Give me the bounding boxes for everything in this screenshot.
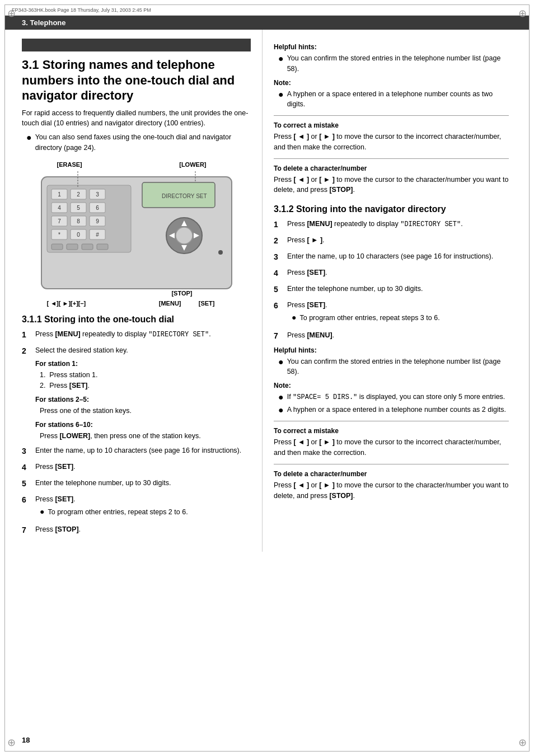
sub-step-1b: 2. Press [SET].: [40, 381, 251, 391]
chapter-title: 3. Telephone: [22, 18, 66, 27]
step-1-num: 1: [22, 329, 32, 341]
note-2-bullet-2-text: A hyphen or a space entered in a telepho…: [287, 405, 506, 415]
step-2-2: 2 Press [ ► ].: [274, 235, 509, 247]
note-2-bullet-2: ● A hyphen or a space entered in a telep…: [278, 405, 509, 415]
label-stop: [STOP]: [171, 290, 192, 297]
step-7-content: Press [STOP].: [35, 524, 251, 535]
svg-text:1: 1: [58, 191, 61, 198]
step-6-bullet-icon: ●: [40, 507, 44, 516]
step-2-6-num: 6: [274, 300, 284, 312]
svg-text:6: 6: [96, 205, 99, 211]
svg-rect-28: [51, 244, 63, 250]
svg-rect-31: [97, 244, 108, 250]
delete-char-2-text: Press [ ◄ ] or [ ► ] to move the cursor …: [274, 480, 509, 501]
correct-mistake-1-text: Press [ ◄ ] or [ ► ] to move the cursor …: [274, 132, 509, 153]
divider-4: [274, 464, 509, 464]
corner-tl: ⊕: [7, 7, 16, 20]
subsection-2-title: 3.1.2 Storing into the navigator directo…: [274, 204, 509, 214]
subsection-1-title: 3.1.1 Storing into the one-touch dial: [22, 314, 251, 325]
helpful-hint-2: ● You can confirm the stored entries in …: [278, 356, 509, 378]
svg-text:8: 8: [77, 218, 80, 224]
svg-text:2: 2: [77, 191, 80, 198]
svg-text:DIRECTORY SET: DIRECTORY SET: [162, 193, 207, 199]
steps-list-2: 1 Press [MENU] repeatedly to display "DI…: [274, 219, 509, 342]
note-1-bullet: ● A hyphen or a space entered in a telep…: [278, 89, 509, 110]
corner-bl: ⊕: [7, 736, 16, 749]
step-2-1: 1 Press [MENU] repeatedly to display "DI…: [274, 219, 509, 231]
step-2-5-content: Enter the telephone number, up to 30 dig…: [287, 284, 509, 294]
step-4-num: 4: [22, 462, 32, 473]
step-2-5: 5 Enter the telephone number, up to 30 d…: [274, 284, 509, 295]
step-2-2-num: 2: [274, 235, 284, 247]
label-nav: [ ◄][ ►][+][–]: [47, 300, 86, 307]
device-diagram: [ERASE] [LOWER] DIRECTORY SET 1: [22, 161, 251, 307]
svg-text:3: 3: [96, 191, 99, 198]
sub-label-station6-10: For stations 6–10:: [35, 420, 251, 430]
correct-mistake-section-1: To correct a mistake Press [ ◄ ] or [ ► …: [274, 121, 509, 153]
note-2-bullet-1: ● If "SPACE= 5 DIRS." is displayed, you …: [278, 392, 509, 402]
corner-br: ⊕: [518, 736, 527, 749]
svg-text:#: #: [96, 232, 99, 238]
note-2-bullet-1-text: If "SPACE= 5 DIRS." is displayed, you ca…: [287, 392, 505, 402]
intro-bullet-text: You can also send faxes using the one-to…: [35, 132, 251, 153]
sub-step-1a: 1. Press station 1.: [40, 370, 251, 381]
step-1-content: Press [MENU] repeatedly to display "DIRE…: [35, 329, 251, 340]
step-3: 3 Enter the name, up to 10 characters (s…: [22, 445, 251, 457]
step-2-4-num: 4: [274, 267, 284, 279]
svg-text:7: 7: [58, 218, 61, 224]
step-6: 6 Press [SET]. ● To program other entrie…: [22, 494, 251, 520]
correct-mistake-2-text: Press [ ◄ ] or [ ► ] to move the cursor …: [274, 437, 509, 458]
bullet-icon: ●: [26, 132, 32, 143]
sub-label-station1: For station 1:: [35, 359, 251, 369]
step-3-num: 3: [22, 445, 32, 457]
step-2-5-num: 5: [274, 284, 284, 295]
step-7: 7 Press [STOP].: [22, 524, 251, 536]
delete-char-2-label: To delete a character/number: [274, 470, 509, 478]
divider-2: [274, 158, 509, 159]
note-section-1: Note: ● A hyphen or a space entered in a…: [274, 79, 509, 110]
step-2-7-num: 7: [274, 330, 284, 342]
svg-text:9: 9: [96, 218, 99, 224]
label-erase: [ERASE]: [57, 161, 82, 168]
note-2-bullet-2-icon: ●: [278, 405, 284, 415]
svg-rect-29: [67, 244, 78, 250]
step-2-6-bullet-icon: ●: [292, 313, 296, 322]
section-main-title: 3.1 Storing names and telephone numbers …: [22, 57, 251, 104]
helpful-hint-1-bullet-icon: ●: [278, 53, 284, 64]
intro-text: For rapid access to frequently dialled n…: [22, 108, 251, 129]
helpful-hint-1-text: You can confirm the stored entries in th…: [287, 53, 509, 74]
note-2-label: Note:: [274, 382, 509, 389]
step-2-2-content: Press [ ► ].: [287, 235, 509, 246]
intro-bullet: ● You can also send faxes using the one-…: [26, 132, 251, 153]
helpful-hints-2-label: Helpful hints:: [274, 346, 509, 354]
note-1-bullet-icon: ●: [278, 89, 284, 100]
step-2-7: 7 Press [MENU].: [274, 330, 509, 342]
helpful-hint-1: ● You can confirm the stored entries in …: [278, 53, 509, 74]
device-svg: DIRECTORY SET 1 2 3 4 5: [36, 171, 237, 300]
svg-text:4: 4: [58, 205, 61, 211]
step-3-content: Enter the name, up to 10 characters (see…: [35, 445, 251, 456]
helpful-section-2: Helpful hints: ● You can confirm the sto…: [274, 346, 509, 378]
label-menu: [MENU]: [159, 300, 181, 307]
note-1-text: A hyphen or a space entered in a telepho…: [287, 89, 509, 110]
step-2-7-content: Press [MENU].: [287, 330, 509, 341]
step-2-1-content: Press [MENU] repeatedly to display "DIRE…: [287, 219, 509, 229]
helpful-hint-2-text: You can confirm the stored entries in th…: [287, 356, 509, 378]
step-1: 1 Press [MENU] repeatedly to display "DI…: [22, 329, 251, 341]
note-section-2: Note: ● If "SPACE= 5 DIRS." is displayed…: [274, 382, 509, 415]
step-2-4: 4 Press [SET].: [274, 267, 509, 279]
right-column: Helpful hints: ● You can confirm the sto…: [263, 30, 520, 552]
step-2-num: 2: [22, 345, 32, 357]
step-2-6-content: Press [SET]. ● To program other entries,…: [287, 300, 509, 326]
step-6-content: Press [SET]. ● To program other entries,…: [35, 494, 251, 520]
step-7-num: 7: [22, 524, 32, 536]
helpful-hint-2-bullet-icon: ●: [278, 356, 284, 367]
file-meta: FP343-363HK.book Page 18 Thursday, July …: [5, 5, 529, 16]
correct-mistake-section-2: To correct a mistake Press [ ◄ ] or [ ► …: [274, 427, 509, 458]
helpful-hints-1-label: Helpful hints:: [274, 43, 509, 51]
correct-mistake-2-label: To correct a mistake: [274, 427, 509, 435]
label-set: [SET]: [199, 300, 215, 307]
step-6-num: 6: [22, 494, 32, 506]
label-lower: [LOWER]: [179, 161, 206, 168]
svg-text:5: 5: [77, 205, 80, 211]
